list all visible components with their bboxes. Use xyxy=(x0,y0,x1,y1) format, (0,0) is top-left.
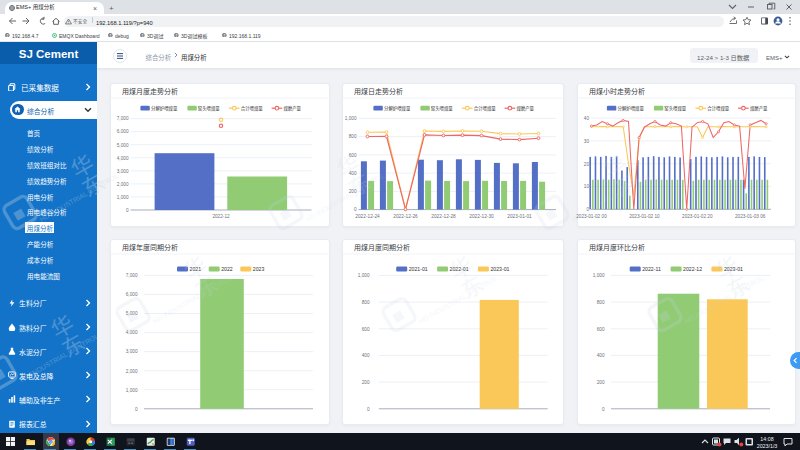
svg-text:6,000: 6,000 xyxy=(126,291,138,297)
svg-text:0: 0 xyxy=(135,406,138,412)
svg-text:用煤日走势分析: 用煤日走势分析 xyxy=(354,86,403,96)
svg-text:7,000: 7,000 xyxy=(126,272,138,278)
svg-text:400: 400 xyxy=(362,352,370,358)
svg-text:2022-12-24: 2022-12-24 xyxy=(355,212,380,219)
svg-text:用煤小时走势分析: 用煤小时走势分析 xyxy=(589,86,645,96)
svg-text:30: 30 xyxy=(584,138,590,144)
svg-text:窑头喂煤量: 窑头喂煤量 xyxy=(664,105,687,112)
svg-text:用煤月度走势分析: 用煤月度走势分析 xyxy=(122,86,178,96)
svg-text:用煤月度环比分析: 用煤月度环比分析 xyxy=(589,242,645,252)
svg-text:2022-12-26: 2022-12-26 xyxy=(393,212,418,219)
svg-text:400: 400 xyxy=(349,170,357,176)
svg-text:煤磨产量: 煤磨产量 xyxy=(516,105,534,112)
svg-text:2023-01-03 06: 2023-01-03 06 xyxy=(735,213,766,219)
svg-text:800: 800 xyxy=(362,299,370,305)
svg-text:0: 0 xyxy=(367,406,370,412)
svg-text:0: 0 xyxy=(602,406,605,412)
svg-text:用煤月度同期分析: 用煤月度同期分析 xyxy=(354,242,410,252)
svg-text:2023-01: 2023-01 xyxy=(490,265,509,272)
svg-text:4,000: 4,000 xyxy=(117,155,129,161)
svg-text:4,000: 4,000 xyxy=(126,329,138,335)
svg-text:800: 800 xyxy=(597,299,605,305)
svg-text:2021-01: 2021-01 xyxy=(409,265,428,272)
svg-text:800: 800 xyxy=(349,133,357,139)
svg-text:2022-12: 2022-12 xyxy=(212,213,230,219)
svg-text:2023-01: 2023-01 xyxy=(724,265,743,272)
svg-text:窑头喂煤量: 窑头喂煤量 xyxy=(198,105,221,112)
svg-text:2022-01: 2022-01 xyxy=(450,265,469,272)
svg-text:合计喂煤量: 合计喂煤量 xyxy=(707,105,730,112)
svg-text:400: 400 xyxy=(597,352,605,358)
svg-text:2021: 2021 xyxy=(190,265,202,272)
svg-text:2022-12-28: 2022-12-28 xyxy=(431,212,456,219)
svg-text:20: 20 xyxy=(584,161,590,167)
svg-text:200: 200 xyxy=(349,188,357,194)
svg-text:分解炉喂煤量: 分解炉喂煤量 xyxy=(384,105,411,112)
svg-text:2023-01-01: 2023-01-01 xyxy=(507,212,532,219)
svg-text:200: 200 xyxy=(597,379,605,385)
svg-text:600: 600 xyxy=(362,326,370,332)
svg-text:1,000: 1,000 xyxy=(117,194,129,200)
svg-text:煤磨产量: 煤磨产量 xyxy=(750,105,768,112)
svg-text:2022-12-30: 2022-12-30 xyxy=(469,212,494,219)
svg-text:合计喂煤量: 合计喂煤量 xyxy=(241,105,264,112)
svg-text:200: 200 xyxy=(362,379,370,385)
svg-text:合计喂煤量: 合计喂煤量 xyxy=(474,105,497,112)
svg-text:1,000: 1,000 xyxy=(345,115,357,121)
svg-text:5,000: 5,000 xyxy=(117,142,129,148)
svg-text:1,000: 1,000 xyxy=(593,272,605,278)
svg-text:2022: 2022 xyxy=(221,265,233,272)
svg-text:2,000: 2,000 xyxy=(117,181,129,187)
svg-text:2,000: 2,000 xyxy=(126,368,138,374)
svg-text:1,000: 1,000 xyxy=(126,387,138,393)
svg-text:2023-01-02 20: 2023-01-02 20 xyxy=(682,213,713,219)
svg-text:5,000: 5,000 xyxy=(126,310,138,316)
svg-text:2022-12: 2022-12 xyxy=(683,265,702,272)
svg-text:600: 600 xyxy=(597,326,605,332)
svg-text:3,000: 3,000 xyxy=(117,168,129,174)
svg-text:2023-01-02 10: 2023-01-02 10 xyxy=(629,213,660,219)
svg-text:0: 0 xyxy=(586,206,589,212)
svg-text:40: 40 xyxy=(584,115,590,121)
svg-text:煤磨产量: 煤磨产量 xyxy=(283,105,301,112)
svg-text:分解炉喂煤量: 分解炉喂煤量 xyxy=(618,105,645,112)
svg-text:窑头喂煤量: 窑头喂煤量 xyxy=(431,105,454,112)
svg-text:7,000: 7,000 xyxy=(117,115,129,121)
svg-text:6,000: 6,000 xyxy=(117,128,129,134)
svg-text:2023: 2023 xyxy=(253,265,265,272)
svg-text:0: 0 xyxy=(126,207,129,213)
svg-text:600: 600 xyxy=(349,152,357,158)
svg-text:2022-11: 2022-11 xyxy=(642,265,661,272)
svg-text:1,000: 1,000 xyxy=(358,272,370,278)
svg-text:10: 10 xyxy=(584,183,590,189)
svg-text:3,000: 3,000 xyxy=(126,348,138,354)
svg-text:2023-01-02 00: 2023-01-02 00 xyxy=(576,213,607,219)
svg-text:分解炉喂煤量: 分解炉喂煤量 xyxy=(151,105,178,112)
svg-text:用煤年度同期分析: 用煤年度同期分析 xyxy=(122,242,178,252)
